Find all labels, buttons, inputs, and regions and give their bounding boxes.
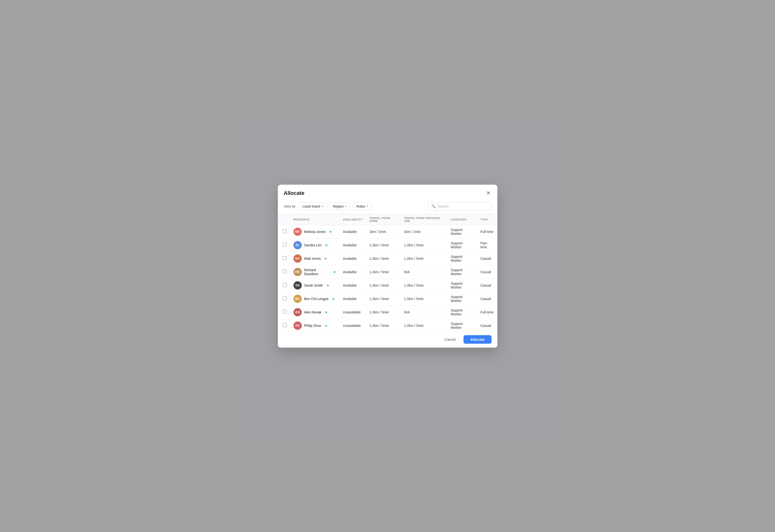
- modal-footer: Cancel Allocate: [278, 331, 498, 348]
- search-input[interactable]: [438, 204, 488, 208]
- travel-home-cell: 1.2km / 5min: [366, 292, 401, 306]
- least-travel-label: Least travel: [302, 204, 320, 208]
- travel-prev-cell: N/A: [401, 306, 447, 319]
- col-type: TYPE: [477, 214, 497, 225]
- view-by-label: View by: [284, 204, 296, 208]
- row-checkbox-cell: [278, 238, 290, 252]
- travel-arrow-icon: ➤: [325, 310, 328, 315]
- least-travel-dropdown[interactable]: Least travel ▾: [299, 202, 326, 210]
- col-availability: AVAILABILITY: [339, 214, 366, 225]
- travel-prev-cell: N/A: [401, 265, 447, 279]
- category-cell: Support Worker: [447, 292, 477, 306]
- type-cell: Casual: [477, 292, 497, 306]
- chevron-down-icon: ▾: [366, 205, 368, 208]
- row-checkbox-cell: [278, 306, 290, 319]
- travel-arrow-icon: ➤: [326, 283, 329, 288]
- toolbar: View by Least travel ▾ Region ▾ Rules ▾ …: [278, 200, 498, 214]
- category-cell: Support Worker: [447, 279, 477, 292]
- row-checkbox[interactable]: [283, 310, 287, 314]
- avatar: BC: [293, 295, 302, 303]
- row-checkbox-cell: [278, 319, 290, 331]
- row-checkbox[interactable]: [283, 270, 287, 274]
- resource-cell: PZPhilip Zhuo ➤: [290, 319, 339, 331]
- col-resource: RESOURCE: [290, 214, 339, 225]
- col-travel-prev: TRAVEL FROM PREVIOUS JOB: [401, 214, 447, 225]
- resource-name: Ben Chi-Longze: [304, 297, 328, 301]
- travel-arrow-icon: ➤: [324, 256, 327, 261]
- travel-home-cell: 1.2km / 5min: [366, 265, 401, 279]
- allocate-modal: Allocate ✕ View by Least travel ▾ Region…: [278, 185, 498, 348]
- type-cell: Casual: [477, 279, 497, 292]
- category-cell: Support Worker: [447, 319, 477, 331]
- col-travel-home: TRAVEL FROM HOME: [366, 214, 401, 225]
- region-label: Region: [333, 204, 344, 208]
- rules-dropdown[interactable]: Rules ▾: [353, 202, 372, 210]
- resource-info: SSSarah Smith ➤: [293, 281, 336, 290]
- resource-info: MJMatt Jones ➤: [293, 254, 336, 263]
- category-cell: Support Worker: [447, 265, 477, 279]
- type-cell: Casual: [477, 252, 497, 265]
- col-checkbox: [278, 214, 290, 225]
- row-checkbox-cell: [278, 279, 290, 292]
- resource-cell: ANAlex Novak ➤: [290, 306, 339, 319]
- travel-arrow-icon: ➤: [325, 324, 328, 328]
- resource-info: SLSandra Lim ➤: [293, 241, 336, 249]
- travel-prev-cell: 1.2km / 5min: [401, 279, 447, 292]
- travel-prev-cell: 1.2km / 5min: [401, 292, 447, 306]
- table-row: RDRichard Davidson ➤Available1.2km / 5mi…: [278, 265, 498, 279]
- modal-header: Allocate ✕: [278, 185, 498, 200]
- table-container: RESOURCE AVAILABILITY TRAVEL FROM HOME T…: [278, 214, 498, 331]
- row-checkbox[interactable]: [283, 243, 287, 246]
- resource-name: Alex Novak: [304, 310, 321, 314]
- rules-label: Rules: [356, 204, 365, 208]
- table-row: MJMatt Jones ➤Available1.2km / 5min1.2km…: [278, 252, 498, 265]
- avatar: PZ: [293, 322, 302, 330]
- resource-name: Philip Zhuo: [304, 324, 321, 328]
- resource-info: ANAlex Novak ➤: [293, 308, 336, 317]
- chevron-down-icon: ▾: [345, 205, 346, 208]
- avatar: SS: [293, 281, 302, 290]
- type-cell: Part-time: [477, 238, 497, 252]
- resource-info: BCBen Chi-Longze ➤: [293, 295, 336, 303]
- type-cell: Full-time: [477, 225, 497, 238]
- row-checkbox[interactable]: [283, 297, 287, 300]
- row-checkbox[interactable]: [283, 283, 287, 287]
- travel-home-cell: 1.2km / 5min: [366, 252, 401, 265]
- resource-cell: RDRichard Davidson ➤: [290, 265, 339, 279]
- availability-cell: Available: [339, 265, 366, 279]
- resource-name: Sandra Lim: [304, 243, 322, 247]
- resource-info: PZPhilip Zhuo ➤: [293, 322, 336, 330]
- resource-name: Matt Jones: [304, 256, 321, 260]
- row-checkbox[interactable]: [283, 323, 287, 327]
- row-checkbox-cell: [278, 292, 290, 306]
- table-row: SLSandra Lim ➤Available1.2km / 5min1.2km…: [278, 238, 498, 252]
- allocate-button[interactable]: Allocate: [464, 335, 491, 344]
- modal-title: Allocate: [284, 190, 305, 196]
- availability-cell: Unavailable: [339, 319, 366, 331]
- availability-cell: Available: [339, 292, 366, 306]
- cancel-button[interactable]: Cancel: [439, 335, 461, 344]
- availability-cell: Unavailable: [339, 306, 366, 319]
- travel-prev-cell: 1.2km / 5min: [401, 252, 447, 265]
- allocate-table: RESOURCE AVAILABILITY TRAVEL FROM HOME T…: [278, 214, 498, 331]
- type-cell: Casual: [477, 265, 497, 279]
- close-button[interactable]: ✕: [485, 189, 492, 197]
- availability-cell: Available: [339, 238, 366, 252]
- travel-home-cell: 1km / 2min: [366, 225, 401, 238]
- region-dropdown[interactable]: Region ▾: [329, 202, 350, 210]
- search-wrapper: 🔍: [428, 202, 492, 210]
- avatar: RD: [293, 268, 302, 276]
- resource-cell: SSSarah Smith ➤: [290, 279, 339, 292]
- table-row: BCBen Chi-Longze ➤Available1.2km / 5min1…: [278, 292, 498, 306]
- travel-prev-cell: 1km / 2min: [401, 225, 447, 238]
- resource-cell: MJMatt Jones ➤: [290, 252, 339, 265]
- avatar: SL: [293, 241, 302, 249]
- row-checkbox[interactable]: [283, 229, 287, 233]
- travel-arrow-icon: ➤: [333, 270, 336, 274]
- travel-home-cell: 1.2km / 5min: [366, 238, 401, 252]
- search-icon: 🔍: [431, 204, 436, 208]
- travel-arrow-icon: ➤: [329, 229, 332, 234]
- row-checkbox[interactable]: [283, 256, 287, 260]
- table-row: ANAlex Novak ➤Unavailable1.2km / 5minN/A…: [278, 306, 498, 319]
- col-category: CATEGORY: [447, 214, 477, 225]
